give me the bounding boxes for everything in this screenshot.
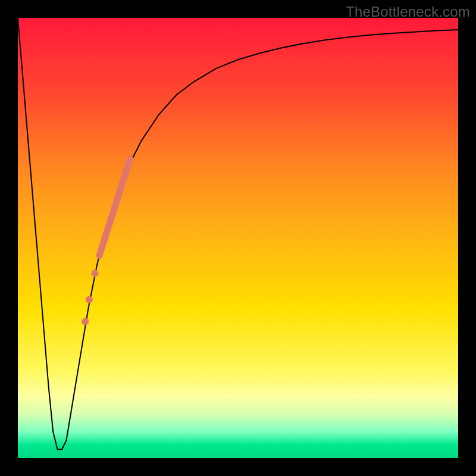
chart-frame: TheBottleneck.com [0,0,476,476]
watermark-text: TheBottleneck.com [346,4,470,20]
svg-point-2 [82,318,89,325]
highlight-band [99,159,130,256]
highlight-dots [82,270,98,325]
svg-point-0 [92,270,99,277]
bottleneck-curve [18,18,458,449]
plot-area [18,18,458,458]
chart-svg [18,18,458,458]
svg-point-1 [86,296,93,303]
